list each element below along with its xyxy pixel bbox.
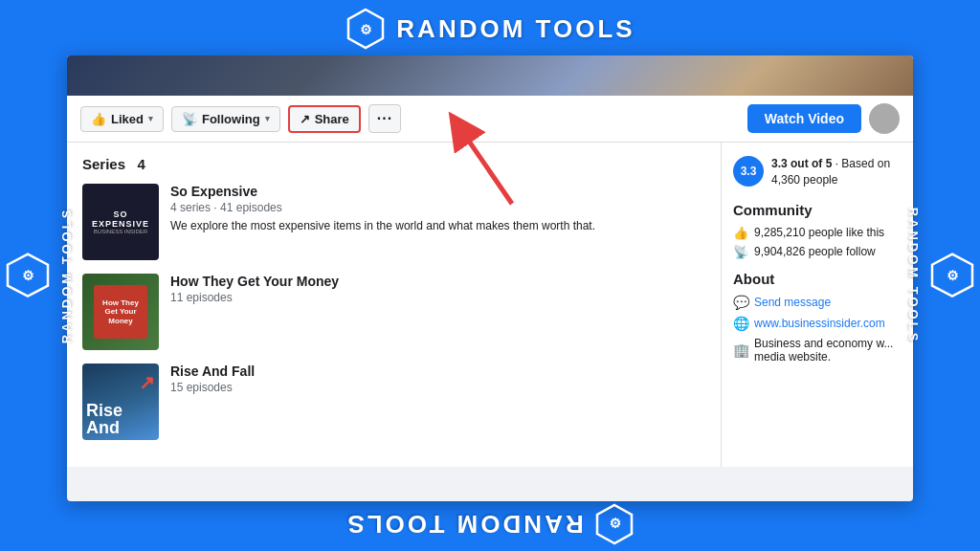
thumb-rise-arrow: ↗: [139, 371, 155, 394]
series-header: Series 4: [82, 156, 705, 172]
share-label: Share: [315, 112, 349, 126]
liked-button[interactable]: 👍 Liked ▾: [80, 106, 164, 132]
left-side-hex: ⚙: [4, 252, 52, 299]
thumb-so-expensive-sub: BUSINESS INSIDER: [94, 229, 147, 234]
series-count: [129, 156, 133, 172]
following-label: Following: [202, 112, 260, 126]
about-desc-text: Business and economy w... media website.: [754, 337, 902, 364]
thumb-so-expensive-title: SOEXPENSIVE: [92, 209, 149, 229]
right-sidebar: 3.3 3.3 out of 5 · Based on 4,360 people…: [722, 143, 913, 467]
follows-icon: 📡: [733, 245, 748, 259]
series-meta-rise: 15 episodes: [170, 381, 705, 394]
top-logo-hex: ⚙: [345, 8, 387, 50]
share-icon: ↗: [300, 112, 310, 126]
about-section: About 💬 Send message 🌐 www.businessinsid…: [733, 271, 902, 364]
series-title-money: How They Get Your Money: [170, 274, 705, 289]
community-title: Community: [733, 202, 902, 218]
rating-text: 3.3 out of 5 · Based on 4,360 people: [771, 156, 902, 188]
right-side-hex: ⚙: [928, 252, 976, 299]
svg-text:⚙: ⚙: [947, 268, 959, 283]
rating-row: 3.3 3.3 out of 5 · Based on 4,360 people: [733, 156, 902, 188]
community-follows-text: 9,904,826 people follow: [754, 245, 876, 258]
series-meta-money: 11 episodes: [170, 291, 705, 304]
bottom-brand-title: RANDOM TOOLS: [345, 510, 583, 540]
series-title-rise: Rise And Fall: [170, 364, 705, 379]
left-side-label: ⚙ RANDOM TOOLS: [4, 208, 74, 344]
rating-bold: 3.3 out of 5: [771, 157, 832, 170]
series-count-value: 4: [138, 156, 145, 172]
watch-video-label: Watch Video: [765, 111, 844, 126]
thumb-money-text: How TheyGet YourMoney: [102, 298, 139, 326]
about-title: About: [733, 271, 902, 287]
following-button[interactable]: 📡 Following ▾: [171, 106, 280, 132]
liked-label: Liked: [111, 112, 144, 126]
liked-chevron: ▾: [148, 114, 153, 123]
globe-icon: 🌐: [733, 316, 748, 331]
svg-text:⚙: ⚙: [608, 516, 620, 531]
website-url: www.businessinsider.com: [754, 317, 885, 330]
svg-text:⚙: ⚙: [360, 22, 372, 37]
series-item-rise: RiseAnd ↗ Rise And Fall 15 episodes: [82, 364, 705, 440]
messenger-icon: 💬: [733, 295, 748, 310]
series-meta-so-expensive: 4 series · 41 episodes: [170, 201, 705, 214]
profile-avatar: [869, 103, 900, 134]
content-area: Series 4 SOEXPENSIVE BUSINESS INSIDER So…: [67, 143, 913, 467]
building-icon: 🏢: [733, 342, 748, 358]
share-button[interactable]: ↗ Share: [288, 105, 361, 133]
watch-video-button[interactable]: Watch Video: [747, 104, 861, 133]
svg-text:⚙: ⚙: [22, 268, 34, 283]
rating-circle: 3.3: [733, 156, 764, 187]
series-info-money: How They Get Your Money 11 episodes: [170, 274, 705, 308]
thumb-money: How TheyGet YourMoney: [82, 274, 159, 350]
community-likes: 👍 9,285,210 people like this: [733, 226, 902, 240]
thumb-so-expensive: SOEXPENSIVE BUSINESS INSIDER: [82, 184, 159, 260]
top-brand-title: RANDOM TOOLS: [396, 14, 635, 44]
following-icon: 📡: [182, 112, 197, 126]
series-info-so-expensive: So Expensive 4 series · 41 episodes We e…: [170, 184, 705, 234]
liked-icon: 👍: [91, 112, 106, 126]
bottom-header: ⚙ RANDOM TOOLS: [0, 503, 980, 545]
series-title-so-expensive: So Expensive: [170, 184, 705, 199]
about-description: 🏢 Business and economy w... media websit…: [733, 337, 902, 364]
more-options-button[interactable]: ···: [368, 104, 401, 133]
rating-score: 3.3: [741, 165, 757, 178]
right-side-text: RANDOM TOOLS: [906, 208, 921, 344]
about-website[interactable]: 🌐 www.businessinsider.com: [733, 316, 902, 331]
top-header: ⚙ RANDOM TOOLS: [0, 8, 980, 50]
community-follows: 📡 9,904,826 people follow: [733, 245, 902, 259]
thumb-rise: RiseAnd ↗: [82, 364, 159, 440]
likes-icon: 👍: [733, 226, 748, 240]
community-likes-text: 9,285,210 people like this: [754, 226, 884, 239]
series-desc-so-expensive: We explore the most expensive items in t…: [170, 218, 705, 234]
send-message-label: Send message: [754, 296, 831, 309]
series-info-rise: Rise And Fall 15 episodes: [170, 364, 705, 398]
thumb-rise-text: RiseAnd: [86, 402, 122, 436]
series-item-so-expensive: SOEXPENSIVE BUSINESS INSIDER So Expensiv…: [82, 184, 705, 260]
series-title-label: Series: [82, 156, 125, 172]
about-send-message[interactable]: 💬 Send message: [733, 295, 902, 310]
bottom-logo-hex: ⚙: [593, 503, 635, 545]
left-content: Series 4 SOEXPENSIVE BUSINESS INSIDER So…: [67, 143, 722, 467]
main-panel: 👍 Liked ▾ 📡 Following ▾ ↗ Share ···: [67, 55, 913, 501]
series-item-money: How TheyGet YourMoney How They Get Your …: [82, 274, 705, 350]
dots-label: ···: [377, 110, 392, 127]
left-side-text: RANDOM TOOLS: [59, 208, 74, 344]
toolbar: 👍 Liked ▾ 📡 Following ▾ ↗ Share ···: [67, 96, 913, 143]
thumb-money-inner: How TheyGet YourMoney: [94, 285, 147, 339]
image-strip: [67, 55, 913, 96]
following-chevron: ▾: [265, 114, 270, 123]
right-side-label: ⚙ RANDOM TOOLS: [906, 208, 976, 344]
